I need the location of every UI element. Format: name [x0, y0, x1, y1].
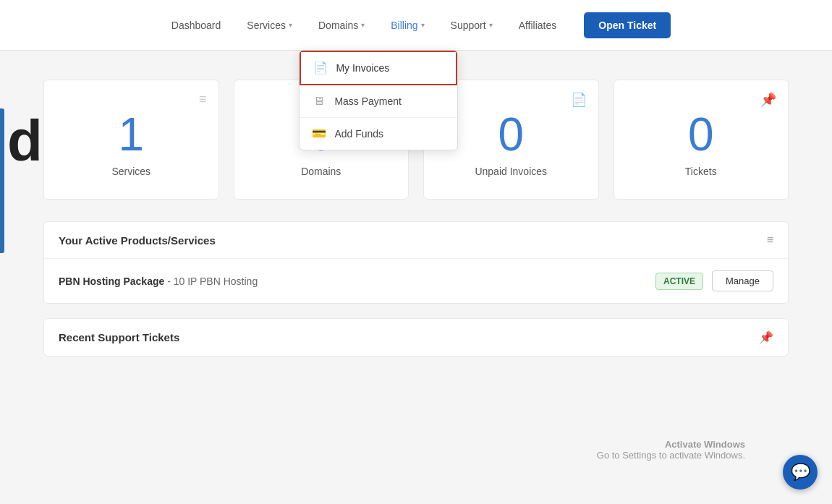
dropdown-add-funds[interactable]: 💳 Add Funds	[300, 118, 457, 150]
recent-tickets-card: Recent Support Tickets 📌	[43, 318, 789, 356]
tickets-stat-icon: 📌	[760, 92, 776, 108]
nav-affiliates[interactable]: Affiliates	[509, 14, 567, 37]
stat-services: ≡ 1 Services	[43, 80, 219, 200]
nav-services[interactable]: Services ▾	[237, 14, 302, 37]
open-ticket-button[interactable]: Open Ticket	[584, 12, 671, 38]
domains-arrow-icon: ▾	[361, 21, 365, 29]
left-letter: d	[7, 112, 43, 170]
recent-tickets-header: Recent Support Tickets 📌	[44, 319, 788, 356]
active-products-icon: ≡	[767, 234, 773, 247]
mass-payment-icon: 🖥	[313, 95, 326, 108]
support-arrow-icon: ▾	[489, 21, 493, 29]
services-stat-icon: ≡	[199, 92, 207, 107]
domains-label: Domains	[249, 166, 394, 177]
stat-tickets: 📌 0 Tickets	[614, 80, 789, 200]
dropdown-mass-payment[interactable]: 🖥 Mass Payment	[300, 85, 457, 118]
tickets-count: 0	[629, 109, 774, 160]
nav-support[interactable]: Support ▾	[441, 14, 503, 37]
status-badge: ACTIVE	[655, 273, 703, 290]
unpaid-label: Unpaid Invoices	[438, 166, 584, 177]
nav-domains[interactable]: Domains ▾	[308, 14, 375, 37]
nav-dashboard[interactable]: Dashboard	[161, 14, 232, 37]
product-row: PBN Hosting Package - 10 IP PBN Hosting …	[44, 259, 788, 303]
manage-button[interactable]: Manage	[712, 270, 773, 291]
active-products-title: Your Active Products/Services	[59, 234, 216, 247]
nav-billing-container: Billing ▾ 📄 My Invoices 🖥 Mass Payment 💳…	[381, 14, 434, 37]
dropdown-my-invoices[interactable]: 📄 My Invoices	[300, 51, 457, 85]
active-products-header: Your Active Products/Services ≡	[44, 222, 788, 259]
nav-billing[interactable]: Billing ▾	[381, 14, 434, 37]
services-arrow-icon: ▾	[289, 21, 292, 29]
add-funds-icon: 💳	[313, 127, 326, 140]
product-description: - 10 IP PBN Hosting	[167, 276, 258, 287]
navbar: Dashboard Services ▾ Domains ▾ Billing ▾…	[0, 0, 832, 51]
product-info: PBN Hosting Package - 10 IP PBN Hosting	[59, 276, 258, 287]
recent-tickets-title: Recent Support Tickets	[59, 331, 179, 343]
recent-tickets-icon: 📌	[759, 330, 773, 344]
active-products-card: Your Active Products/Services ≡ PBN Host…	[43, 221, 789, 304]
tickets-label: Tickets	[629, 166, 774, 177]
product-actions: ACTIVE Manage	[655, 270, 773, 291]
services-label: Services	[59, 166, 204, 177]
unpaid-count: 0	[438, 109, 584, 160]
billing-arrow-icon: ▾	[421, 21, 425, 29]
invoices-stat-icon: 📄	[571, 92, 587, 108]
invoice-icon: 📄	[314, 61, 327, 74]
side-indicator	[0, 108, 4, 253]
services-count: 1	[59, 109, 204, 160]
billing-dropdown: 📄 My Invoices 🖥 Mass Payment 💳 Add Funds	[299, 50, 458, 150]
product-name: PBN Hosting Package	[59, 276, 164, 287]
